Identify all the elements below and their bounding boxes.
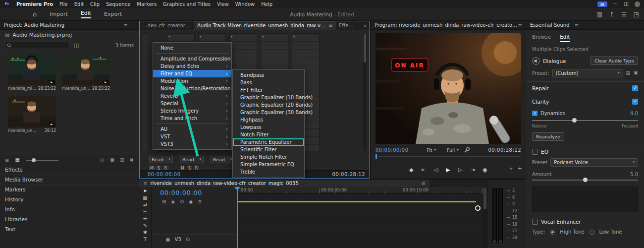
type-tool-icon[interactable]: T <box>144 237 147 242</box>
new-bin-icon[interactable]: ▣ <box>110 158 114 163</box>
menu-window[interactable]: Window <box>235 1 255 7</box>
linked-selection-icon[interactable]: ⊙ <box>180 199 184 204</box>
program-video-area[interactable]: ON AIR <box>376 33 521 144</box>
panel-tab-info[interactable]: Info <box>0 204 139 214</box>
more-options-icon[interactable]: ⋯ <box>613 1 618 6</box>
layout-icon[interactable]: ◫ <box>624 1 629 6</box>
thumbnail-zoom-slider[interactable] <box>26 158 58 163</box>
tab-overflow-icon[interactable]: » <box>364 23 367 28</box>
delete-preset-icon[interactable]: ✖ <box>634 70 638 76</box>
panel-menu-icon[interactable]: ≡ <box>518 22 522 28</box>
tab-edit[interactable]: Edit <box>81 10 91 18</box>
panel-menu-icon[interactable]: ≡ <box>422 181 426 186</box>
high-tone-radio[interactable] <box>550 230 555 235</box>
menu-view[interactable]: View <box>217 1 229 7</box>
list-view-icon[interactable]: ≣ <box>5 158 9 163</box>
active-monitor-button[interactable]: ▤ <box>597 1 607 7</box>
submenu-item-treble[interactable]: Treble <box>233 168 304 176</box>
submenu-item-graphic-eq-10[interactable]: Graphic Equalizer (10 Bands) <box>233 94 304 101</box>
clear-audio-type-button[interactable]: Clear Audio Type <box>590 57 638 65</box>
user-avatar[interactable] <box>635 1 640 7</box>
menu-item-noise-reduction[interactable]: Noise Reduction/Restoration› <box>153 85 231 92</box>
vocal-enhancer-checkbox[interactable] <box>532 219 538 225</box>
tab-export[interactable]: Export <box>104 11 122 17</box>
tab-effects-panel[interactable]: Effe... <box>336 23 357 28</box>
submenu-item-bass[interactable]: Bass <box>233 79 304 86</box>
razor-tool-icon[interactable]: ✂ <box>143 209 147 214</box>
menu-markers[interactable]: Markers <box>137 1 157 7</box>
stack-icon[interactable]: ☰ <box>621 11 627 17</box>
add-marker-icon[interactable]: ◆ <box>409 167 413 173</box>
track-select-tool-icon[interactable]: ▦ <box>143 195 147 200</box>
automation-mode-select[interactable]: Read▾ <box>180 156 204 163</box>
project-panel-title[interactable]: Project: Audio Mastering <box>0 22 64 28</box>
go-to-out-icon[interactable]: ⇥ <box>470 167 475 173</box>
panel-menu-icon[interactable]: ≡ <box>575 22 579 28</box>
clip-tile[interactable]: riverside_mike_russell... 28:23:22 <box>8 54 56 91</box>
playback-resolution-select[interactable]: Full▾ <box>447 147 459 153</box>
menu-item-modulation[interactable]: Modulation› <box>153 77 231 85</box>
step-forward-icon[interactable]: ▷ <box>458 167 462 173</box>
ripple-edit-tool-icon[interactable]: ⇄ <box>143 202 147 207</box>
fullscreen-icon[interactable]: ◳ <box>634 11 639 17</box>
menu-item-special[interactable]: Special› <box>153 100 231 107</box>
menu-item-delay-and-echo[interactable]: Delay and Echo› <box>153 62 231 70</box>
new-item-icon[interactable]: ⊞ <box>120 158 124 163</box>
low-tone-radio[interactable] <box>590 230 594 235</box>
preset-select[interactable]: (Custom)▾ <box>552 69 623 77</box>
menu-file[interactable]: File <box>59 1 68 7</box>
amount-slider[interactable] <box>532 178 638 183</box>
timeline-timecode[interactable]: 00:00:00:00 <box>160 189 202 196</box>
add-marker-icon[interactable]: ◆ <box>189 199 193 204</box>
program-scrubber[interactable] <box>376 156 521 157</box>
menu-item-reverb[interactable]: Reverb› <box>153 92 231 100</box>
menu-item-vst3[interactable]: VST3› <box>153 140 231 148</box>
submenu-item-parametric-equalizer[interactable]: Parametric Equalizer <box>233 138 304 146</box>
program-timecode-position[interactable]: 00:00:00:00 <box>376 147 409 153</box>
selection-tool-icon[interactable]: ➤ <box>143 188 147 193</box>
save-preset-icon[interactable]: ⊞ <box>626 70 631 76</box>
track-eye-icon[interactable]: ⊙ <box>186 237 190 242</box>
mixer-timecode-position[interactable]: 00:00:00:00 <box>148 172 181 177</box>
panel-tab-effects[interactable]: Effects <box>0 165 139 175</box>
menu-edit[interactable]: Edit <box>74 1 84 7</box>
filter-bin-icon[interactable]: ◫ <box>74 43 79 48</box>
zoom-level-select[interactable]: Fit▾ <box>427 147 436 153</box>
program-playhead[interactable] <box>376 154 377 159</box>
automation-mode-select[interactable]: Read▾ <box>149 156 173 163</box>
submenu-item-scientific-filter[interactable]: Scientific Filter <box>233 146 304 153</box>
tab-import[interactable]: Import <box>50 11 68 17</box>
step-back-icon[interactable]: ◁ <box>434 167 438 173</box>
delete-icon[interactable]: ✖ <box>130 158 134 163</box>
submenu-item-bandpass[interactable]: Bandpass <box>233 71 304 79</box>
menu-graphics-and-titles[interactable]: Graphics and Titles <box>163 1 211 7</box>
repair-header[interactable]: Repair <box>526 82 644 95</box>
settings-wrench-icon[interactable] <box>464 147 470 153</box>
menu-item-time-and-pitch[interactable]: Time and Pitch› <box>153 115 231 122</box>
panel-tab-media-browser[interactable]: Media Browser <box>0 175 139 185</box>
slip-tool-icon[interactable]: ↔ <box>143 216 147 221</box>
submenu-item-graphic-eq-30[interactable]: Graphic Equalizer (30 Bands) <box>233 109 304 116</box>
menu-clip[interactable]: Clip <box>90 1 100 7</box>
audio-rubber-band[interactable] <box>237 201 476 202</box>
mixer-scrollbar[interactable] <box>363 33 367 151</box>
grid-view-icon[interactable]: ▦ <box>15 158 19 163</box>
tab-audio-track-mixer[interactable]: Audio Track Mixer: riverside_unmesh_dind… <box>194 21 336 30</box>
submenu-item-notch-filter[interactable]: Notch Filter <box>233 131 304 138</box>
panel-menu-icon[interactable]: ≡ <box>124 22 128 28</box>
nest-icon[interactable]: ⊞ <box>162 199 166 204</box>
play-icon[interactable]: ▶ <box>446 167 450 173</box>
menu-item-stereo-imagery[interactable]: Stereo Imagery› <box>153 107 231 115</box>
project-file-row[interactable]: ▤ Audio Mastering.prproj <box>0 30 139 40</box>
eq-checkbox[interactable] <box>532 149 538 155</box>
reanalyze-button[interactable]: Reanalyze <box>532 132 564 141</box>
timeline-ruler[interactable]: :00:00 00:00:05:00 00:00:10:00 <box>237 187 483 194</box>
panel-tab-libraries[interactable]: Libraries <box>0 214 139 224</box>
menu-item-filter-and-eq[interactable]: Filter and EQ› <box>153 70 231 77</box>
hand-tool-icon[interactable]: ✱ <box>143 230 147 235</box>
menu-item-vst[interactable]: VST› <box>153 133 231 140</box>
timeline-settings-icon[interactable]: ≣ <box>198 199 202 204</box>
search-input[interactable] <box>13 42 68 49</box>
find-icon[interactable]: ◎ <box>100 158 105 163</box>
clip-tile[interactable]: riverside_unmesh_din... 28:23:22 <box>62 54 110 91</box>
